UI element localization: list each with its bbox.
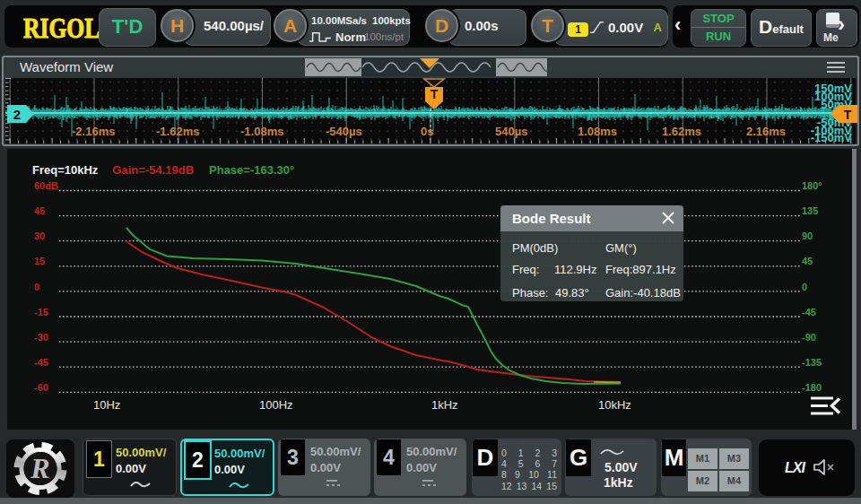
svg-text:2: 2 xyxy=(13,107,21,122)
svg-text:T: T xyxy=(430,87,439,101)
svg-text:R: R xyxy=(30,452,49,484)
svg-text:T: T xyxy=(844,108,852,122)
